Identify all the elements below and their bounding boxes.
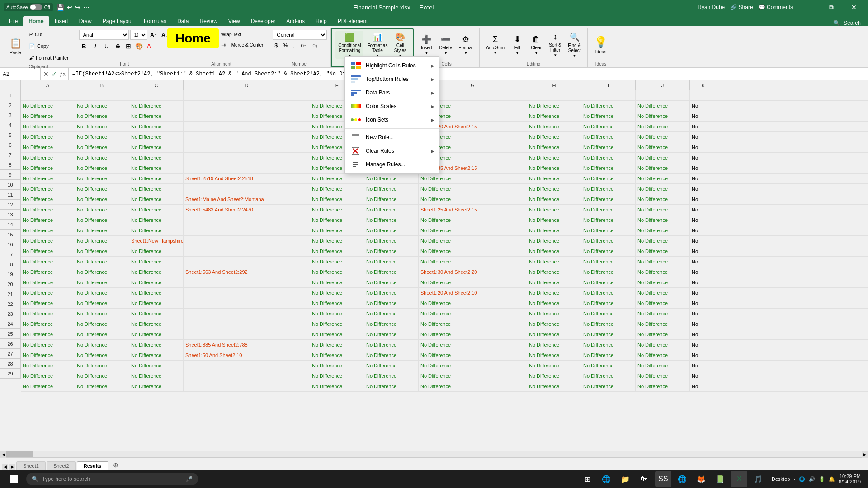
cell-r19-c4[interactable]: No Difference (310, 277, 364, 287)
cell-r21-c6[interactable]: No Difference (419, 298, 527, 308)
cell-r21-c8[interactable]: No Difference (581, 298, 636, 308)
cell-r15-c5[interactable]: No Difference (364, 236, 419, 246)
cell-r2-c3[interactable] (184, 101, 310, 111)
cell-r17-c1[interactable]: No Difference (75, 257, 129, 267)
cell-r16-c10[interactable]: No (690, 246, 717, 256)
cell-r25-c5[interactable]: No Difference (364, 340, 419, 350)
cell-r3-c8[interactable]: No Difference (581, 111, 636, 121)
cell-r25-c1[interactable]: No Difference (75, 340, 129, 350)
insert-button[interactable]: ➕ Insert ▼ (417, 33, 435, 56)
cell-r15-c2[interactable]: Sheet1:New Hampshire And Sheet2:Montana (129, 236, 184, 246)
cell-r19-c3[interactable] (184, 277, 310, 287)
cell-r21-c9[interactable]: No Difference (636, 298, 690, 308)
cell-r14-c1[interactable]: No Difference (75, 225, 129, 235)
row-num-18[interactable]: 18 (0, 259, 21, 269)
cell-r16-c4[interactable]: No Difference (310, 246, 364, 256)
cell-r5-c0[interactable]: No Difference (21, 132, 75, 142)
cell-r21-c10[interactable]: No (690, 298, 717, 308)
cell-r18-c4[interactable]: No Difference (310, 267, 364, 277)
cell-r6-c3[interactable] (184, 142, 310, 152)
cell-r19-c9[interactable]: No Difference (636, 277, 690, 287)
formula-content[interactable]: =IF(Sheet1!A2<>Sheet2!A2, "Sheet1:" & Sh… (69, 71, 868, 77)
cell-r24-c3[interactable] (184, 329, 310, 339)
cell-r1-c8[interactable] (581, 90, 636, 100)
cell-r18-c9[interactable]: No Difference (636, 267, 690, 277)
format-as-table-button[interactable]: 📊 Format asTable ▼ (364, 31, 390, 59)
cell-r17-c10[interactable]: No (690, 257, 717, 267)
cell-r13-c8[interactable]: No Difference (581, 215, 636, 225)
cell-r20-c2[interactable]: No Difference (129, 288, 184, 298)
cell-r26-c3[interactable]: Sheet1:50 And Sheet2:10 (184, 350, 310, 360)
find-select-button[interactable]: 🔍 Find &Select ▼ (565, 31, 584, 59)
increase-font-button[interactable]: A↑ (149, 30, 159, 40)
minimize-button[interactable]: — (798, 0, 819, 14)
cell-r26-c8[interactable]: No Difference (581, 350, 636, 360)
row-num-12[interactable]: 12 (0, 200, 21, 210)
cell-r20-c6[interactable]: Sheet1:20 And Sheet2:10 (419, 288, 527, 298)
cell-r17-c8[interactable]: No Difference (581, 257, 636, 267)
cell-r11-c2[interactable]: No Difference (129, 194, 184, 204)
cell-r22-c2[interactable]: No Difference (129, 309, 184, 319)
cell-r19-c0[interactable]: No Difference (21, 277, 75, 287)
search-icon[interactable]: 🔍 (833, 20, 840, 26)
cell-r29-c9[interactable]: No Difference (636, 381, 690, 391)
col-header-H[interactable]: H (527, 80, 581, 90)
scroll-right-button[interactable]: ▶ (862, 451, 868, 458)
name-box[interactable]: A2 (0, 68, 41, 80)
cell-r23-c7[interactable]: No Difference (527, 319, 581, 329)
scroll-left-button[interactable]: ◀ (0, 451, 6, 458)
cell-r13-c3[interactable] (184, 215, 310, 225)
row-num-27[interactable]: 27 (0, 349, 21, 359)
cell-r4-c3[interactable] (184, 122, 310, 131)
row-num-17[interactable]: 17 (0, 249, 21, 259)
notifications-icon[interactable]: 🔔 (829, 476, 835, 482)
cell-r29-c4[interactable]: No Difference (310, 381, 364, 391)
cell-r11-c9[interactable]: No Difference (636, 194, 690, 204)
row-num-9[interactable]: 9 (0, 170, 21, 180)
row-num-11[interactable]: 11 (0, 190, 21, 200)
cell-r26-c1[interactable]: No Difference (75, 350, 129, 360)
tab-pagelayout[interactable]: Page Layout (97, 16, 138, 26)
row-num-20[interactable]: 20 (0, 279, 21, 289)
cell-r9-c6[interactable]: No Difference (419, 174, 527, 183)
cell-r23-c0[interactable]: No Difference (21, 319, 75, 329)
cell-r6-c2[interactable]: No Difference (129, 142, 184, 152)
delete-button[interactable]: ➖ Delete ▼ (436, 33, 455, 56)
cell-r24-c2[interactable]: No Difference (129, 329, 184, 339)
cell-r7-c0[interactable]: No Difference (21, 153, 75, 163)
row-num-6[interactable]: 6 (0, 140, 21, 150)
cell-r23-c5[interactable]: No Difference (364, 319, 419, 329)
chrome-icon[interactable]: 🌐 (674, 471, 690, 487)
cell-r17-c0[interactable]: No Difference (21, 257, 75, 267)
cell-r9-c2[interactable]: No Difference (129, 174, 184, 183)
cell-r23-c6[interactable]: No Difference (419, 319, 527, 329)
desktop-label[interactable]: Desktop (772, 476, 790, 482)
autosum-button[interactable]: Σ AutoSum ▼ (483, 34, 507, 56)
cell-r20-c8[interactable]: No Difference (581, 288, 636, 298)
cell-r19-c10[interactable]: No (690, 277, 717, 287)
cell-r12-c6[interactable]: Sheet1:25 And Sheet2:15 (419, 205, 527, 215)
cell-r12-c1[interactable]: No Difference (75, 205, 129, 215)
ss-icon[interactable]: SS (655, 471, 671, 487)
cell-r28-c5[interactable]: No Difference (364, 371, 419, 381)
cell-r28-c1[interactable]: No Difference (75, 371, 129, 381)
sheet-tab-scroll-right[interactable]: ▶ (9, 464, 15, 470)
fill-button[interactable]: ⬇ Fill ▼ (508, 33, 526, 56)
cell-r28-c6[interactable]: No Difference (419, 371, 527, 381)
row-num-3[interactable]: 3 (0, 110, 21, 120)
cell-r14-c7[interactable]: No Difference (527, 225, 581, 235)
cell-r4-c8[interactable]: No Difference (581, 122, 636, 131)
cell-r27-c8[interactable]: No Difference (581, 361, 636, 371)
increase-decimal-button[interactable]: .0↑ (298, 42, 308, 49)
app10-icon[interactable]: 🎵 (750, 471, 766, 487)
cell-r3-c2[interactable]: No Difference (129, 111, 184, 121)
autosave-switch[interactable] (30, 4, 42, 10)
cell-r9-c5[interactable]: No Difference (364, 174, 419, 183)
row-num-4[interactable]: 4 (0, 120, 21, 130)
cell-r19-c6[interactable]: No Difference (419, 277, 527, 287)
cell-r21-c1[interactable]: No Difference (75, 298, 129, 308)
cell-r9-c8[interactable]: No Difference (581, 174, 636, 183)
cell-r14-c2[interactable]: No Difference (129, 225, 184, 235)
cell-r16-c9[interactable]: No Difference (636, 246, 690, 256)
close-button[interactable]: ✕ (844, 0, 864, 14)
